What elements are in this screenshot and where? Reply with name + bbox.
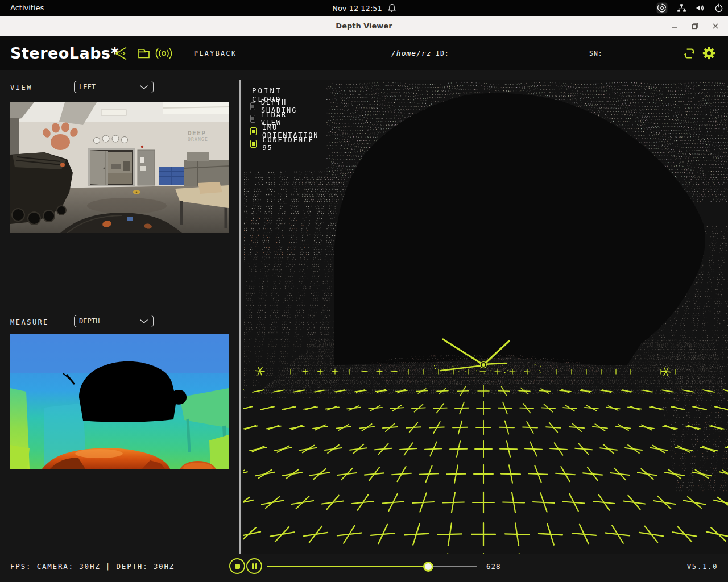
point-cloud-canvas[interactable] <box>243 80 728 554</box>
measure-label: MEASURE <box>10 318 49 326</box>
power-icon[interactable] <box>714 3 723 13</box>
tracked-vehicle <box>10 152 73 225</box>
screen: Activities Nov 12 12:51 <box>0 0 728 582</box>
app-logo: StereoLabs* <box>10 44 119 62</box>
chevron-down-icon <box>139 85 148 90</box>
playback-label: PLAYBACK <box>194 36 237 70</box>
desktop-top-bar: Activities Nov 12 12:51 <box>0 0 728 16</box>
maximize-button[interactable] <box>688 19 702 33</box>
window-titlebar[interactable]: Depth Viewer <box>0 16 728 36</box>
app-indicator-icon[interactable] <box>656 2 668 14</box>
checkbox-confidence[interactable]: CONFIDENCE 95 <box>250 136 315 152</box>
slider-fill <box>267 566 428 567</box>
panel-divider[interactable] <box>239 80 241 554</box>
close-button[interactable] <box>709 19 722 33</box>
pause-icon <box>252 563 257 569</box>
fps-status-text: FPS: CAMERA: 30HZ | DEPTH: 30HZ <box>10 562 175 571</box>
volume-icon[interactable] <box>696 3 705 13</box>
point-cloud-panel: POINT CLOUD DEPTH SHADING LIDAR VIEW IMU… <box>243 80 728 554</box>
view-label: VIEW <box>10 84 32 92</box>
settings-gear-button[interactable] <box>702 36 716 70</box>
sn-label: SN: <box>589 36 603 70</box>
window-title: Depth Viewer <box>0 16 728 36</box>
broadcast-button[interactable] <box>155 36 173 70</box>
open-folder-button[interactable] <box>137 36 151 70</box>
share-button[interactable] <box>114 36 129 70</box>
window-controls <box>668 16 722 36</box>
checkbox-box <box>250 140 257 148</box>
stop-icon <box>235 564 240 569</box>
frame-number: 628 <box>486 562 501 571</box>
app-version: V5.1.0 <box>687 562 718 571</box>
minimize-button[interactable] <box>668 19 681 33</box>
view-select-value: LEFT <box>79 83 96 91</box>
network-icon[interactable] <box>677 3 686 13</box>
clock-label: Nov 12 12:51 <box>332 4 382 13</box>
checkbox-box <box>250 127 257 135</box>
depth-image-view <box>10 334 229 469</box>
stop-button[interactable] <box>229 558 245 574</box>
wall-text-deep: DEEP <box>188 130 206 137</box>
system-tray <box>656 0 723 16</box>
depth-scene <box>10 334 229 469</box>
measure-select-value: DEPTH <box>79 317 100 325</box>
app-header: StereoLabs* <box>0 36 728 70</box>
measure-select[interactable]: DEPTH <box>74 315 154 327</box>
slider-thumb[interactable] <box>423 562 433 572</box>
clock-button[interactable]: Nov 12 12:51 <box>0 0 728 16</box>
camera-image-view: DEEP ORANGE <box>10 102 229 233</box>
double-door <box>88 148 135 186</box>
pause-button[interactable] <box>246 558 262 574</box>
single-door <box>138 146 155 185</box>
wall-text-orange: ORANGE <box>188 137 208 142</box>
checkbox-label: CONFIDENCE 95 <box>262 136 315 152</box>
checkbox-box <box>250 102 255 110</box>
recording-path: /home/rz <box>391 36 432 70</box>
notification-bell-icon <box>388 3 396 13</box>
blue-tool-cabinet <box>159 167 184 185</box>
checkbox-box <box>250 115 255 123</box>
camera-scene: DEEP ORANGE <box>10 102 229 233</box>
loop-playback-button[interactable] <box>682 36 697 70</box>
view-select[interactable]: LEFT <box>74 81 154 93</box>
chevron-down-icon <box>139 319 148 324</box>
id-label: ID: <box>436 36 449 70</box>
